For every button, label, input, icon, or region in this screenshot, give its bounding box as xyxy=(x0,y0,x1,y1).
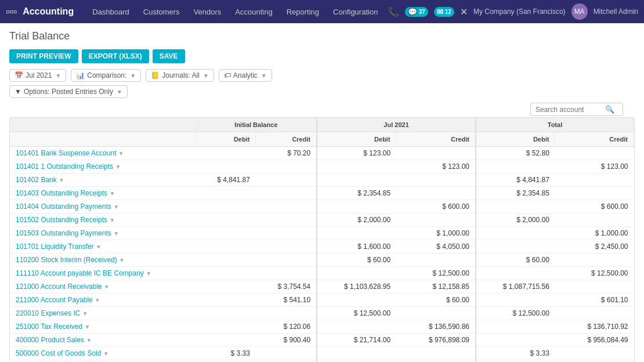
options-row: ▼ Options: Posted Entries Only ▼ xyxy=(9,85,635,98)
jul_debit-cell xyxy=(317,347,396,360)
nav-accounting[interactable]: Accounting xyxy=(229,5,278,19)
app-title: Accounting xyxy=(23,6,74,17)
account-cell[interactable]: 101401 1 Outstanding Receipts ▼ xyxy=(10,160,196,173)
chat-badge[interactable]: 💬 37 xyxy=(405,7,428,17)
journals-filter[interactable]: 📒 Journals: All ▼ xyxy=(146,69,214,82)
account-cell[interactable]: 101701 Liquidity Transfer ▼ xyxy=(10,240,196,254)
account-cell[interactable]: 111110 Account payable IC BE Company ▼ xyxy=(10,267,196,280)
ib_credit-cell: $ 3,754.54 xyxy=(256,280,317,294)
tot_debit-cell xyxy=(476,240,555,254)
msg-badge[interactable]: ✉ 12 xyxy=(434,7,454,17)
grid-icon[interactable]: ▫▫▫ xyxy=(6,6,17,18)
table-row: 500000 Cost of Goods Sold ▼$ 3.33$ 3.33 xyxy=(10,347,634,360)
topnav-right: 📞 💬 37 ✉ 12 ✕ My Company (San Francisco)… xyxy=(388,3,638,20)
account-cell[interactable]: 101403 Outstanding Receipts ▼ xyxy=(10,187,196,200)
account-cell[interactable]: 211000 Account Payable ▼ xyxy=(10,294,196,307)
jul-credit-subheader: Credit xyxy=(396,132,476,147)
account-cell[interactable]: 101502 Outstanding Receipts ▼ xyxy=(10,213,196,227)
account-cell[interactable]: 220010 Expenses IC ▼ xyxy=(10,307,196,320)
analytic-filter[interactable]: 🏷 Analytic ▼ xyxy=(219,69,272,82)
account-cell[interactable]: 999999 Undistributed Profits/Losses ▼ xyxy=(10,360,196,363)
tot-debit-subheader: Debit xyxy=(476,132,555,147)
account-cell[interactable]: 101503 Outstanding Payments ▼ xyxy=(10,227,196,240)
ib_debit-cell xyxy=(196,280,256,294)
table-row: 121000 Account Receivable ▼$ 3,754.54$ 1… xyxy=(10,280,634,294)
dropdown-arrow-comparison: ▼ xyxy=(130,73,136,79)
ib_debit-cell: $ 541.10 xyxy=(196,360,256,363)
table-row: 251000 Tax Received ▼$ 120.06$ 136,590.8… xyxy=(10,320,634,334)
jul_debit-cell: $ 2,354.85 xyxy=(317,187,396,200)
table-row: 110200 Stock Interim (Received) ▼$ 60.00… xyxy=(10,254,634,267)
jul_credit-cell: $ 12,500.00 xyxy=(396,267,476,280)
tot_credit-cell: $ 601.10 xyxy=(555,294,634,307)
nav-reporting[interactable]: Reporting xyxy=(281,5,325,19)
close-icon[interactable]: ✕ xyxy=(460,6,468,17)
tot_credit-cell xyxy=(555,347,634,360)
comparison-filter[interactable]: 📊 Comparison: ▼ xyxy=(71,69,141,82)
jul_debit-cell: $ 1,103,628.95 xyxy=(317,280,396,294)
account-cell[interactable]: 500000 Cost of Goods Sold ▼ xyxy=(10,347,196,360)
table-row: 101404 Outstanding Payments ▼$ 600.00$ 6… xyxy=(10,200,634,213)
account-cell[interactable]: 110200 Stock Interim (Received) ▼ xyxy=(10,254,196,267)
tot_debit-cell: $ 1,087,715.56 xyxy=(476,280,555,294)
page-title: Trial Balance xyxy=(9,30,635,42)
col-initial-balance-header: Initial Balance xyxy=(196,118,317,132)
tot_debit-cell: $ 2,354.85 xyxy=(476,187,555,200)
search-icon: 🔍 xyxy=(605,105,614,114)
ib_debit-cell xyxy=(196,254,256,267)
jul_credit-cell: $ 976,898.09 xyxy=(396,334,476,347)
tot_debit-cell: $ 4,841.87 xyxy=(476,173,555,187)
tot_credit-cell: $ 1,000.00 xyxy=(555,227,634,240)
tot_credit-cell xyxy=(555,307,634,320)
trial-balance-table: Initial Balance Jul 2021 Total Debit Cre… xyxy=(9,117,635,362)
col-account-header xyxy=(10,118,196,132)
print-preview-button[interactable]: PRINT PREVIEW xyxy=(9,49,78,63)
nav-configuration[interactable]: Configuration xyxy=(327,5,383,19)
jul_credit-cell: $ 1,000.00 xyxy=(396,227,476,240)
ib_credit-cell xyxy=(256,200,317,213)
user-name: Mitchell Admin xyxy=(594,8,638,16)
tot_debit-cell: $ 2,000.00 xyxy=(476,213,555,227)
nav-customers[interactable]: Customers xyxy=(138,5,186,19)
ib_credit-cell: $ 900.40 xyxy=(256,334,317,347)
ib_debit-cell xyxy=(196,213,256,227)
avatar[interactable]: MA xyxy=(571,3,588,20)
account-cell[interactable]: 101404 Outstanding Payments ▼ xyxy=(10,200,196,213)
ib_credit-cell: $ 120.06 xyxy=(256,320,317,334)
ib_debit-cell: $ 4,841.87 xyxy=(196,173,256,187)
nav-vendors[interactable]: Vendors xyxy=(188,5,227,19)
phone-icon[interactable]: 📞 xyxy=(388,6,399,17)
tot_debit-cell xyxy=(476,334,555,347)
jul_debit-cell: $ 2,000.00 xyxy=(317,213,396,227)
search-input[interactable] xyxy=(536,106,605,114)
tot_debit-cell xyxy=(476,160,555,173)
account-cell[interactable]: 251000 Tax Received ▼ xyxy=(10,320,196,334)
export-xlsx-button[interactable]: EXPORT (XLSX) xyxy=(82,49,149,63)
jul_debit-cell xyxy=(317,160,396,173)
table-row: 111110 Account payable IC BE Company ▼$ … xyxy=(10,267,634,280)
company-selector[interactable]: My Company (San Francisco) xyxy=(473,8,566,16)
save-button[interactable]: SAVE xyxy=(153,49,185,63)
ib_debit-cell xyxy=(196,187,256,200)
date-filter[interactable]: 📅 Jul 2021 ▼ xyxy=(9,69,66,82)
search-box[interactable]: 🔍 xyxy=(530,103,623,116)
account-cell[interactable]: 400000 Product Sales ▼ xyxy=(10,334,196,347)
options-filter[interactable]: ▼ Options: Posted Entries Only ▼ xyxy=(9,85,128,98)
tot_debit-cell xyxy=(476,200,555,213)
jul_credit-cell: $ 123.00 xyxy=(396,160,476,173)
tot_credit-cell: $ 956,084.49 xyxy=(555,334,634,347)
toolbar: PRINT PREVIEW EXPORT (XLSX) SAVE xyxy=(9,49,635,63)
jul_credit-cell xyxy=(396,147,476,160)
nav-dashboard[interactable]: Dashboard xyxy=(86,5,135,19)
ib_debit-cell xyxy=(196,240,256,254)
account-cell[interactable]: 101402 Bank ▼ xyxy=(10,173,196,187)
jul_debit-cell: $ 12,500.00 xyxy=(317,307,396,320)
table-row: 211000 Account Payable ▼$ 541.10$ 60.00$… xyxy=(10,294,634,307)
jul_debit-cell xyxy=(317,294,396,307)
ib_debit-cell xyxy=(196,227,256,240)
account-cell[interactable]: 121000 Account Receivable ▼ xyxy=(10,280,196,294)
account-cell[interactable]: 101401 Bank Suspense Account ▼ xyxy=(10,147,196,160)
jul_credit-cell: $ 4,050.00 xyxy=(396,240,476,254)
ib_credit-cell xyxy=(256,240,317,254)
nav-links: Dashboard Customers Vendors Accounting R… xyxy=(86,5,384,19)
